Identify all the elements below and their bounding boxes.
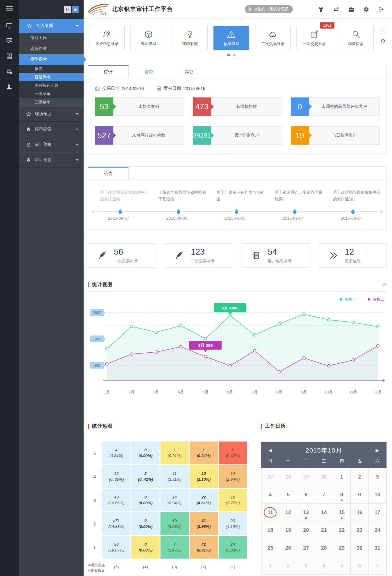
calendar-day[interactable]: 28 <box>279 468 297 486</box>
calendar-day[interactable]: 7 <box>369 557 386 574</box>
announcement-item[interactable]: 关于广发金业务挂盘mini黄金... <box>208 189 266 204</box>
case-date[interactable]: 案例日期 2014-09-16 <box>157 86 205 91</box>
sidebar-item-audit-work[interactable]: 审计工作 <box>19 33 84 44</box>
heatmap-cell[interactable]: 0(0.00%) <box>131 512 160 535</box>
heatmap-cell[interactable]: 24(5.03%) <box>219 536 247 559</box>
heatmap-cell[interactable]: 90(18.87%) <box>102 536 130 559</box>
rail-item-user-admin[interactable] <box>0 80 19 95</box>
sidebar-item-personal-desktop[interactable]: 个人桌面 <box>19 19 84 33</box>
heatmap-cell[interactable]: 42(8.81%) <box>190 536 218 559</box>
data-point[interactable] <box>204 337 207 340</box>
announcement-item[interactable]: 关于改进周五提前放假半天的安排通知... <box>325 189 383 204</box>
heatmap-cell[interactable]: 20(4.19%) <box>219 512 247 535</box>
next-month-button[interactable]: ▶ <box>373 448 379 453</box>
data-point[interactable] <box>352 358 355 361</box>
calendar-day[interactable]: 18 <box>262 521 279 539</box>
swap-arrows-icon[interactable] <box>333 6 339 12</box>
calendar-day[interactable]: 27 <box>297 539 315 557</box>
heatmap-cell[interactable]: 7(1.47%) <box>160 536 189 559</box>
logout-icon[interactable] <box>378 6 384 12</box>
calendar-day[interactable]: 30 <box>315 468 333 486</box>
toolbar-settings-button[interactable]: ⚙ <box>379 37 387 45</box>
calendar-day[interactable]: 7 <box>315 486 333 503</box>
calendar-day[interactable]: 21 <box>315 521 333 539</box>
tshirt-icon[interactable] <box>318 6 324 12</box>
sidebar-grid-toggle-button[interactable] <box>64 6 71 13</box>
calendar-day[interactable]: 20 <box>297 521 315 539</box>
data-point[interactable] <box>179 345 182 348</box>
calendar-day[interactable]: 9 <box>351 486 368 503</box>
heatmap-cell[interactable]: 41(3.98%) <box>190 512 218 535</box>
legend-series-1[interactable]: 名称一 <box>340 297 356 302</box>
sidebar-subitem-plain-list[interactable]: 普通列表 <box>19 73 84 81</box>
data-point[interactable] <box>106 362 108 365</box>
tab-announcements[interactable]: 公告 <box>88 167 129 180</box>
calendar-day[interactable]: 17 <box>369 504 386 521</box>
toolbar-card-model-explore[interactable]: 模型探索 <box>338 26 374 50</box>
sidebar-group-field-work[interactable]: 现场作业 <box>19 106 84 122</box>
heatmap-cell[interactable]: 22(4.61%) <box>190 489 218 511</box>
company-logo[interactable]: IST <box>87 2 109 16</box>
heatmap-cell[interactable]: 16(0..35%) <box>102 465 130 488</box>
add-button[interactable]: + <box>379 26 387 34</box>
tab-other[interactable]: 其它 <box>169 65 209 78</box>
data-point[interactable] <box>327 318 330 321</box>
heatmap-cell[interactable]: 14(2.94%) <box>160 489 189 511</box>
toolbar-card-my-cases[interactable]: 我的案例 <box>172 26 208 50</box>
heatmap-cell[interactable]: 1(0.21%) <box>160 441 189 464</box>
calendar-day[interactable]: 1 <box>333 468 350 486</box>
summary-card-more-info[interactable]: 12 更多信息 <box>319 243 387 268</box>
calendar-day[interactable]: 25 <box>262 539 279 557</box>
briefcase-icon[interactable] <box>348 6 354 12</box>
sidebar-subitem-level3-menu-1[interactable]: 三级菜单 <box>19 90 84 98</box>
data-point[interactable] <box>376 325 379 328</box>
data-point[interactable] <box>229 364 232 367</box>
data-point[interactable] <box>204 355 207 358</box>
data-point[interactable] <box>179 324 182 327</box>
data-point[interactable] <box>376 345 379 347</box>
transaction-date[interactable]: 交易日期 2014-09-16 <box>95 86 144 91</box>
stat-unfilled-admin-orgs[interactable]: 527 未填写行政机构数 <box>95 126 184 145</box>
comment-icon[interactable] <box>303 6 309 12</box>
heatmap-cell[interactable]: 0(0.00%) <box>131 441 160 464</box>
rail-item-archive[interactable] <box>0 49 19 65</box>
calendar-day[interactable]: 13 <box>297 504 315 521</box>
calendar-day[interactable]: 6 <box>351 557 368 574</box>
rail-item-desktop[interactable] <box>0 19 19 34</box>
rail-item-settings[interactable] <box>0 65 19 80</box>
announcement-item[interactable]: 关于银企直连，现金管理系统票... <box>266 189 325 204</box>
gear-icon[interactable] <box>363 6 369 12</box>
calendar-day[interactable]: 14 <box>315 504 333 521</box>
sidebar-group-audit-alert-1[interactable]: 审计预警 <box>19 137 84 152</box>
rail-item-messages[interactable] <box>0 34 19 49</box>
calendar-day[interactable]: 8 <box>333 486 350 503</box>
calendar-day[interactable]: 6 <box>297 486 315 503</box>
calendar-day[interactable]: 3 <box>297 557 315 574</box>
stat-unassisted-cases[interactable]: 53 未协查案例 <box>95 97 184 116</box>
sidebar-group-model-explore[interactable]: 模型探索 <box>19 122 84 137</box>
pager-dot-active[interactable] <box>227 54 230 56</box>
hamburger-menu-button[interactable] <box>0 0 19 19</box>
data-point[interactable] <box>303 357 305 359</box>
legend-series-2[interactable]: 名称二 <box>368 297 384 302</box>
sidebar-item-model-explore[interactable]: 模型探索 <box>19 54 84 65</box>
data-point[interactable] <box>155 351 157 354</box>
data-point[interactable] <box>253 334 256 336</box>
data-point[interactable] <box>352 321 355 324</box>
sidebar-lock-button[interactable] <box>72 6 79 13</box>
stat-new-institutions[interactable]: 473 新增机构数 <box>193 97 282 116</box>
calendar-day[interactable]: 23 <box>351 521 368 539</box>
calendar-day[interactable]: 29 <box>297 468 315 486</box>
calendar-day[interactable]: 5 <box>333 557 350 574</box>
calendar-day[interactable]: 28 <box>315 539 333 557</box>
calendar-day[interactable]: 4 <box>262 486 279 503</box>
line-chart[interactable]: 200012004001月2月3月4月5月6月7月8月9月10月11月12月6月… <box>88 303 387 406</box>
calendar-day[interactable]: 22 <box>333 521 350 539</box>
calendar-day[interactable]: 2 <box>351 468 368 486</box>
calendar-day[interactable]: 15 <box>333 504 350 521</box>
stat-unadjusted-high-risk[interactable]: 0 未调整的高风险评级客户 <box>291 97 380 116</box>
heatmap-cell[interactable]: 14(2.94%) <box>219 465 247 488</box>
calendar-day[interactable]: 2 <box>279 557 297 574</box>
toolbar-card-verify-model[interactable]: 查证模型 <box>130 26 166 50</box>
toolbar-card-alert-model[interactable]: 预警模型 <box>213 26 249 50</box>
